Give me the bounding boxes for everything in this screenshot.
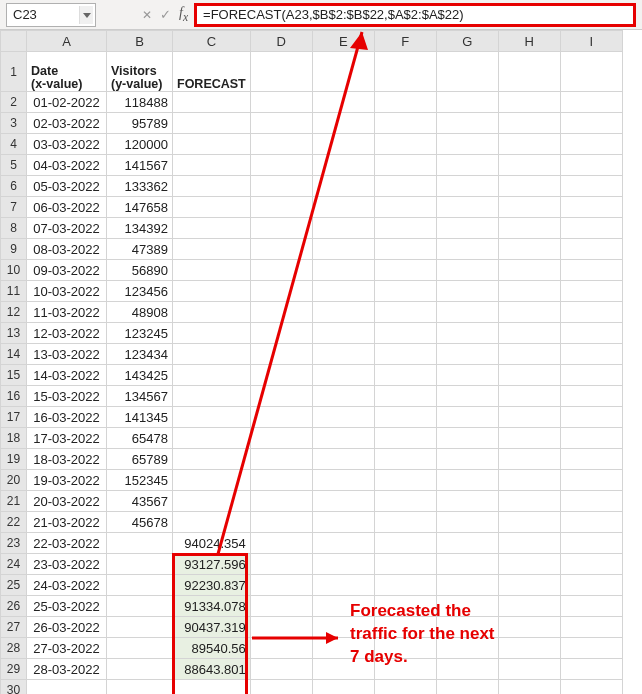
annotation-line1: Forecasted the <box>350 600 495 623</box>
formula-cancel-icon <box>142 7 152 22</box>
annotation-line3: 7 days. <box>350 646 495 669</box>
name-box-value: C23 <box>13 7 37 22</box>
svg-marker-3 <box>326 632 338 644</box>
name-box-dropdown[interactable] <box>79 6 93 24</box>
annotation-text: Forecasted the traffic for the next 7 da… <box>350 600 495 669</box>
fx-icon[interactable]: fx <box>179 5 188 24</box>
arrow-to-annotation <box>0 30 642 694</box>
annotation-line2: traffic for the next <box>350 623 495 646</box>
name-box[interactable]: C23 <box>6 3 96 27</box>
formula-bar[interactable]: =FORECAST(A23,$B$2:$B$22,$A$2:$A$22) <box>194 3 636 27</box>
formula-text: =FORECAST(A23,$B$2:$B$22,$A$2:$A$22) <box>203 7 464 22</box>
formula-enter-icon <box>160 7 171 22</box>
